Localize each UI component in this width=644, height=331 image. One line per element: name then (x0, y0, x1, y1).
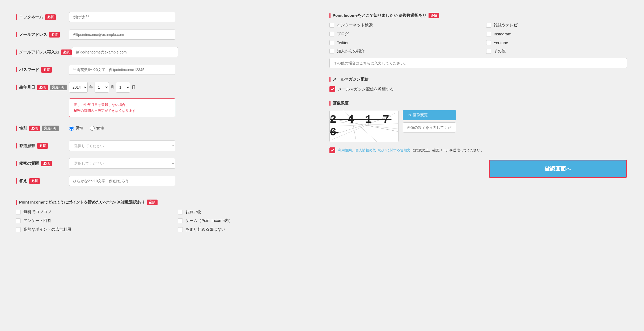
captcha-refresh-button[interactable]: ↻ 画像変更 (403, 110, 456, 120)
email-bar (16, 32, 17, 37)
email-confirm-input[interactable] (72, 47, 178, 57)
gender-label-area: 性別 必須 変更不可 (16, 126, 69, 131)
password-required: 必須 (41, 67, 52, 73)
secret-question-bar (16, 161, 17, 166)
prefecture-label: 都道府県 (19, 143, 35, 148)
referral-checkbox-3[interactable] (329, 32, 334, 36)
referral-bar (329, 13, 331, 18)
nickname-row: ニックネーム 必須 (16, 11, 313, 23)
referral-title: Point Incomeをどこで知りましたか ※複数選択あり (333, 13, 426, 18)
referral-other-input[interactable] (329, 58, 627, 68)
point-item-6: あまり貯める気はない (178, 227, 313, 232)
point-checkbox-3[interactable] (16, 218, 21, 223)
email-confirm-required: 必須 (61, 49, 72, 55)
referral-checkbox-2[interactable] (486, 23, 491, 28)
referral-checkbox-8[interactable] (486, 49, 491, 54)
email-label: メールアドレス (19, 32, 47, 37)
birthday-label-area: 生年月日 必須 変更不可 (16, 85, 69, 90)
captcha-image: 2 4 1 7 6 (329, 110, 399, 142)
referral-checkbox-6[interactable] (486, 40, 491, 45)
point-item-4: ゲーム（Point Income内） (178, 218, 313, 223)
refresh-label: 画像変更 (413, 113, 428, 118)
point-label-5: 高額なポイントの広告利用 (23, 227, 71, 232)
point-collection-section: Point Incomeでどのようにポイントを貯めたいですか ※複数選択あり 必… (16, 197, 313, 232)
captcha-input[interactable] (403, 122, 456, 133)
point-label-1: 無料でコツコツ (23, 209, 51, 214)
terms-text-after: に同意の上、確認メールを送信してください。 (412, 148, 484, 152)
email-input[interactable] (69, 30, 175, 40)
answer-label-area: 答え 必須 (16, 178, 69, 184)
gender-label: 性別 (19, 126, 27, 131)
referral-checkbox-4[interactable] (486, 32, 491, 36)
answer-label: 答え (19, 179, 27, 184)
point-collection-title: Point Incomeでどのようにポイントを貯めたいですか ※複数選択あり (19, 200, 145, 205)
password-input[interactable] (69, 65, 175, 75)
referral-section: Point Incomeをどこで知りましたか ※複数選択あり 必須 インターネッ… (329, 11, 627, 75)
point-checkbox-4[interactable] (178, 218, 183, 223)
point-collection-bar (16, 200, 17, 205)
referral-title-area: Point Incomeをどこで知りましたか ※複数選択あり 必須 (329, 13, 627, 18)
gender-bar (16, 126, 17, 131)
terms-link[interactable]: 利用規約、個人情報の取り扱いに関する告知文 (338, 148, 410, 152)
birthday-required: 必須 (37, 85, 48, 90)
gender-row: 性別 必須 変更不可 男性 女性 (16, 122, 313, 135)
date-area: 2014 2013 2012 2000 1990 1980 年 1234 567… (69, 82, 313, 93)
answer-input-area (69, 176, 313, 186)
nickname-input[interactable] (69, 12, 175, 22)
captcha-title: 画像認証 (333, 101, 349, 106)
referral-grid: インターネット検索 雑誌やテレビ ブログ Instagram Twitter (329, 23, 627, 54)
point-grid: 無料でコツコツ お買い物 アンケート回答 ゲーム（Point Income内） … (16, 209, 313, 232)
point-item-3: アンケート回答 (16, 218, 151, 223)
mail-checkmark-box[interactable] (329, 86, 335, 92)
referral-checkbox-5[interactable] (329, 40, 334, 45)
submit-button[interactable]: 確認画面へ (489, 160, 627, 178)
mail-title-area: メールマガジン配信 (329, 77, 627, 82)
prefecture-label-area: 都道府県 必須 (16, 143, 69, 149)
prefecture-bar (16, 143, 17, 148)
day-select[interactable]: 1234 5101520 2531 (116, 82, 130, 93)
refresh-icon: ↻ (408, 113, 411, 117)
birthday-immutable: 変更不可 (50, 85, 67, 90)
point-item-5: 高額なポイントの広告利用 (16, 227, 151, 232)
referral-checkbox-1[interactable] (329, 23, 334, 28)
year-select[interactable]: 2014 2013 2012 2000 1990 1980 (69, 82, 88, 93)
year-unit: 年 (89, 85, 93, 90)
prefecture-row: 都道府県 必須 選択してください 東京都 大阪府 神奈川県 (16, 139, 313, 152)
secret-question-input-area: 選択してください (69, 158, 313, 169)
answer-row: 答え 必須 (16, 175, 313, 187)
point-label-2: お買い物 (185, 209, 201, 214)
password-input-area (69, 65, 313, 75)
terms-checkmark-box[interactable] (329, 147, 335, 153)
referral-label-8: その他 (494, 49, 506, 54)
gender-male-label[interactable]: 男性 (69, 126, 83, 131)
birthday-warning-text: 正しい生年月日を登録しない場合、秘密の質問の再設定ができなくなります (74, 102, 171, 114)
captcha-row: 2 4 1 7 6 ↻ 画像変更 (329, 110, 627, 142)
answer-input[interactable] (69, 176, 175, 186)
nickname-label: ニックネーム (19, 15, 43, 20)
password-row: パスワード 必須 (16, 63, 313, 76)
nickname-input-area (69, 12, 313, 22)
email-confirm-label: メールアドレス再入力 (19, 50, 59, 55)
prefecture-select[interactable]: 選択してください 東京都 大阪府 神奈川県 (69, 140, 175, 151)
email-input-area (69, 30, 313, 40)
referral-label-4: Instagram (494, 32, 511, 36)
mail-title: メールマガジン配信 (333, 77, 368, 82)
month-select[interactable]: 1234 5678 9101112 (95, 82, 109, 93)
gender-female-label[interactable]: 女性 (90, 126, 104, 131)
point-checkbox-5[interactable] (16, 227, 21, 232)
point-checkbox-2[interactable] (178, 210, 183, 214)
referral-checkbox-7[interactable] (329, 49, 334, 54)
point-checkbox-1[interactable] (16, 210, 21, 214)
terms-checkmark-icon (331, 148, 334, 152)
right-column: Point Incomeをどこで知りましたか ※複数選択あり 必須 インターネッ… (329, 11, 627, 232)
referral-label-2: 雑誌やテレビ (494, 23, 518, 28)
gender-male-radio[interactable] (69, 126, 74, 131)
answer-bar (16, 178, 17, 184)
gender-female-text: 女性 (96, 126, 104, 131)
birthday-warning-box: 正しい生年月日を登録しない場合、秘密の質問の再設定ができなくなります (69, 98, 175, 117)
point-checkbox-6[interactable] (178, 227, 183, 232)
email-confirm-input-area (72, 47, 313, 57)
secret-question-select[interactable]: 選択してください (69, 158, 175, 169)
captcha-controls: ↻ 画像変更 (403, 110, 456, 133)
gender-female-radio[interactable] (90, 126, 95, 131)
